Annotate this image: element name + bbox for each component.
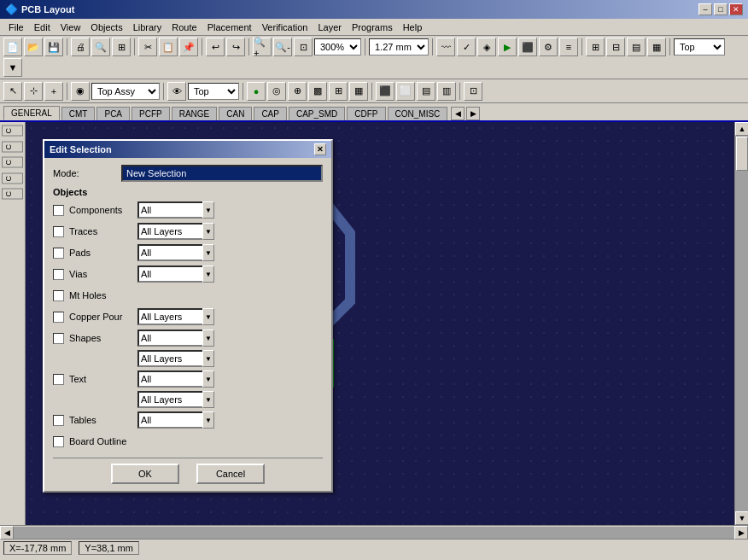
redo-btn[interactable]: ↪ <box>226 38 245 56</box>
checkbox-pads[interactable] <box>53 248 64 259</box>
menu-item-objects[interactable]: Objects <box>85 21 127 33</box>
misc1-btn[interactable]: ⊡ <box>464 82 482 101</box>
combo-text[interactable]: AllTopBottom <box>137 370 214 388</box>
select2-btn[interactable]: ⊹ <box>24 82 43 101</box>
zoom-fit-btn[interactable]: ⊡ <box>294 38 313 56</box>
menu-item-programs[interactable]: Programs <box>347 21 398 33</box>
print-btn[interactable]: 🖨 <box>71 38 90 56</box>
combo-copperpour[interactable]: All LayersTopBottom <box>137 308 214 325</box>
zoom-out-btn[interactable]: 🔍- <box>273 38 292 56</box>
checkbox-shapes[interactable] <box>53 333 64 344</box>
sidebar-label-1[interactable]: C <box>2 125 23 137</box>
menu-item-layer[interactable]: Layer <box>313 21 347 33</box>
save-btn[interactable]: 💾 <box>44 38 63 56</box>
combo-shapes-sub[interactable]: All LayersTopBottom <box>137 350 214 367</box>
checkbox-traces[interactable] <box>53 226 64 237</box>
menu-item-view[interactable]: View <box>56 21 86 33</box>
eye-btn[interactable]: 👁 <box>167 82 186 101</box>
menu-item-placement[interactable]: Placement <box>202 21 257 33</box>
combo-shapes[interactable]: AllTopBottom <box>137 330 214 347</box>
checkbox-copperpour[interactable] <box>53 312 64 323</box>
color4-btn[interactable]: ▩ <box>308 82 327 101</box>
select-btn[interactable]: ↖ <box>3 82 22 101</box>
menu-item-route[interactable]: Route <box>167 21 202 33</box>
cut-btn[interactable]: ✂ <box>138 38 157 56</box>
layer7-btn[interactable]: ▥ <box>437 82 456 101</box>
menu-item-verification[interactable]: Verification <box>257 21 313 33</box>
add-btn[interactable]: + <box>44 82 63 101</box>
hscroll-right[interactable]: ▶ <box>734 526 748 540</box>
tool4-btn[interactable]: ⊟ <box>606 38 625 56</box>
unit-combo[interactable]: 1.27 mm <box>369 38 429 55</box>
tool5-btn[interactable]: ▤ <box>627 38 646 56</box>
combo-tables[interactable]: AllTopBottom <box>137 411 214 429</box>
menu-item-library[interactable]: Library <box>128 21 167 33</box>
tool1-btn[interactable]: ⚙ <box>539 38 558 56</box>
tab-general[interactable]: GENERAL <box>3 106 60 120</box>
run-btn[interactable]: ▶ <box>498 38 517 56</box>
tab-prev[interactable]: ◀ <box>451 107 465 120</box>
tab-pca[interactable]: PCA <box>96 107 130 120</box>
tab-cdfp[interactable]: CDFP <box>347 107 385 120</box>
combo-text-sub[interactable]: All LayersTopBottom <box>137 391 214 408</box>
checkbox-components[interactable] <box>53 205 64 216</box>
tool6-btn[interactable]: ▦ <box>647 38 666 56</box>
tool3-btn[interactable]: ⊞ <box>586 38 605 56</box>
layer6-btn[interactable]: ▤ <box>417 82 435 101</box>
tab-range[interactable]: RANGE <box>172 107 218 120</box>
menu-item-help[interactable]: Help <box>398 21 428 33</box>
hscroll-track[interactable] <box>14 527 734 539</box>
sidebar-label-3[interactable]: C <box>2 157 23 168</box>
layer-combo[interactable]: Top <box>674 38 725 55</box>
menu-item-file[interactable]: File <box>3 21 29 33</box>
tab-next[interactable]: ▶ <box>466 107 480 120</box>
undo-btn[interactable]: ↩ <box>206 38 225 56</box>
layer4-btn[interactable]: ⬛ <box>376 82 394 101</box>
new-btn[interactable]: 📄 <box>3 38 22 56</box>
drc-btn[interactable]: ✓ <box>457 38 476 56</box>
paste-btn[interactable]: 📌 <box>179 38 198 56</box>
combo-vias[interactable]: AllThroughBlind <box>137 265 214 283</box>
maximize-button[interactable]: □ <box>714 3 728 15</box>
combo-components[interactable]: AllSelectedUnselected <box>137 201 214 219</box>
hscroll-left[interactable]: ◀ <box>0 526 14 540</box>
combo-traces[interactable]: All LayersTopBottom <box>137 223 214 240</box>
tab-pcfp[interactable]: PCFP <box>131 107 170 120</box>
cancel-button[interactable]: Cancel <box>196 464 265 484</box>
layer-arrow[interactable]: ▼ <box>3 58 22 77</box>
sidebar-label-4[interactable]: C <box>2 173 23 184</box>
ok-button[interactable]: OK <box>111 464 179 484</box>
layer3-combo[interactable]: Top <box>188 83 239 100</box>
stop-btn[interactable]: ⬛ <box>518 38 537 56</box>
scroll-track[interactable] <box>735 136 748 511</box>
route-btn[interactable]: 〰 <box>436 38 455 56</box>
tab-can[interactable]: CAN <box>219 107 252 120</box>
checkbox-text[interactable] <box>53 374 64 385</box>
checkbox-mtholes[interactable] <box>53 290 64 301</box>
search-btn[interactable]: 🔍 <box>91 38 110 56</box>
tab-cap[interactable]: CAP <box>254 107 287 120</box>
combo-pads[interactable]: AllTopBottom <box>137 244 214 261</box>
layer5-btn[interactable]: ⬜ <box>396 82 415 101</box>
tab-cap-smd[interactable]: CAP_SMD <box>289 107 345 120</box>
design-btn[interactable]: ◈ <box>477 38 496 56</box>
tool2-btn[interactable]: ≡ <box>559 38 578 56</box>
close-button[interactable]: ✕ <box>729 3 743 15</box>
scroll-thumb[interactable] <box>736 137 748 171</box>
sidebar-label-2[interactable]: C <box>2 142 23 153</box>
color5-btn[interactable]: ⊞ <box>329 82 348 101</box>
mode-combo[interactable]: New Selection Add to Selection Remove fr… <box>121 165 323 182</box>
color2-btn[interactable]: ◎ <box>267 82 286 101</box>
tab-con-misc[interactable]: CON_MISC <box>388 107 448 120</box>
copy-btn[interactable]: 📋 <box>159 38 178 56</box>
dialog-close-button[interactable]: ✕ <box>314 143 326 155</box>
scroll-up-button[interactable]: ▲ <box>735 122 748 136</box>
sidebar-label-5[interactable]: C <box>2 189 23 200</box>
scroll-down-button[interactable]: ▼ <box>735 511 748 525</box>
checkbox-boardoutline[interactable] <box>53 436 64 447</box>
layer2-combo[interactable]: Top Assy <box>91 83 160 100</box>
grid-btn[interactable]: ⊞ <box>112 38 131 56</box>
minimize-button[interactable]: – <box>698 3 712 15</box>
open-btn[interactable]: 📂 <box>24 38 43 56</box>
color6-btn[interactable]: ▦ <box>349 82 368 101</box>
